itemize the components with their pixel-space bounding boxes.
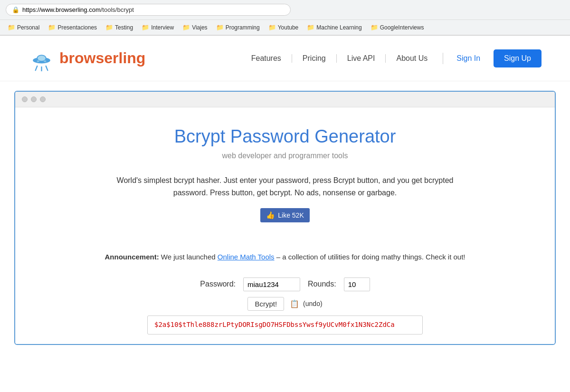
page-title: Bcrypt Password Generator bbox=[25, 126, 545, 147]
like-button[interactable]: 👍 Like 52K bbox=[260, 208, 310, 222]
bookmark-google-interviews[interactable]: 📁 GoogleInterviews bbox=[367, 22, 428, 32]
nav-about-us[interactable]: About Us bbox=[386, 54, 438, 63]
svg-point-6 bbox=[37, 60, 39, 62]
window-dot-1 bbox=[22, 96, 28, 102]
nav-signup-button[interactable]: Sign Up bbox=[494, 49, 542, 67]
tool-description: World's simplest bcrypt hasher. Just ent… bbox=[109, 174, 461, 199]
browser-chrome: 🔒 https://www.browserling.com/tools/bcry… bbox=[0, 0, 570, 36]
folder-icon: 📁 bbox=[370, 24, 378, 31]
like-count: 52K bbox=[292, 211, 304, 219]
bookmark-label: Presentaciones bbox=[57, 24, 97, 31]
bookmark-label: Viajes bbox=[192, 24, 207, 31]
address-text: https://www.browserling.com/tools/bcrypt bbox=[22, 6, 134, 13]
svg-point-7 bbox=[44, 60, 47, 62]
bookmark-label: Interview bbox=[151, 24, 174, 31]
window-dot-2 bbox=[31, 96, 37, 102]
thumbs-up-icon: 👍 bbox=[266, 211, 275, 220]
nav-features[interactable]: Features bbox=[241, 54, 292, 63]
folder-icon: 📁 bbox=[307, 24, 314, 31]
folder-icon: 📁 bbox=[268, 24, 276, 31]
website: browserling Features Pricing Live API Ab… bbox=[0, 36, 570, 354]
bookmarks-bar: 📁 Personal 📁 Presentaciones 📁 Testing 📁 … bbox=[0, 20, 570, 35]
undo-link[interactable]: (undo) bbox=[303, 300, 322, 307]
logo-area[interactable]: browserling bbox=[28, 45, 145, 71]
folder-icon: 📁 bbox=[216, 24, 224, 31]
rounds-input[interactable] bbox=[344, 277, 370, 291]
nav-live-api[interactable]: Live API bbox=[337, 54, 386, 63]
main-content: Bcrypt Password Generator web developer … bbox=[0, 81, 570, 354]
svg-line-2 bbox=[46, 66, 48, 70]
announcement-bold: Announcement: bbox=[105, 253, 159, 261]
folder-icon: 📁 bbox=[182, 24, 190, 31]
logo-brand-text: browserling bbox=[59, 49, 145, 67]
bcrypt-actions: Bcrypt! 📋 (undo) bbox=[25, 297, 545, 311]
bookmark-interview[interactable]: 📁 Interview bbox=[138, 22, 178, 32]
like-button-container: 👍 Like 52K bbox=[25, 208, 545, 237]
announcement-link[interactable]: Online Math Tools bbox=[218, 253, 275, 261]
bookmark-label: Youtube bbox=[278, 24, 299, 31]
nav-header: browserling Features Pricing Live API Ab… bbox=[0, 36, 570, 81]
nav-divider bbox=[443, 53, 443, 64]
password-input[interactable] bbox=[243, 277, 300, 291]
address-bar: 🔒 https://www.browserling.com/tools/bcry… bbox=[0, 0, 570, 20]
hash-output: $2a$10$tThle888zrLPtyDORIsgDO7HSFDbssYws… bbox=[147, 316, 423, 335]
like-label: Like bbox=[278, 211, 290, 219]
bookmark-label: Programming bbox=[226, 24, 260, 31]
lock-icon: 🔒 bbox=[12, 6, 19, 13]
browser-window: Bcrypt Password Generator web developer … bbox=[14, 91, 556, 345]
announcement-text2: – a collection of utilities for doing ma… bbox=[276, 253, 466, 261]
logo-icon bbox=[28, 45, 55, 71]
bookmark-viajes[interactable]: 📁 Viajes bbox=[179, 22, 211, 32]
nav-signin[interactable]: Sign In bbox=[448, 54, 489, 63]
announcement-text: Announcement: We just launched Online Ma… bbox=[25, 251, 545, 263]
tool-form: Password: Rounds: bbox=[25, 277, 545, 291]
bookmark-machine-learning[interactable]: 📁 Machine Learning bbox=[303, 22, 365, 32]
bookmark-label: Testing bbox=[115, 24, 133, 31]
svg-line-0 bbox=[36, 66, 38, 70]
password-label: Password: bbox=[200, 280, 236, 288]
bookmark-label: Personal bbox=[17, 24, 39, 31]
window-body: Bcrypt Password Generator web developer … bbox=[15, 107, 555, 344]
folder-icon: 📁 bbox=[48, 24, 56, 31]
window-titlebar bbox=[15, 92, 555, 107]
folder-icon: 📁 bbox=[105, 24, 113, 31]
svg-point-5 bbox=[38, 56, 46, 61]
bookmark-programming[interactable]: 📁 Programming bbox=[212, 22, 264, 32]
announcement-text1: We just launched bbox=[161, 253, 218, 261]
nav-links: Features Pricing Live API About Us Sign … bbox=[241, 49, 542, 67]
bookmark-label: GoogleInterviews bbox=[380, 24, 424, 31]
nav-pricing[interactable]: Pricing bbox=[292, 54, 337, 63]
bookmark-personal[interactable]: 📁 Personal bbox=[4, 22, 43, 32]
bookmark-testing[interactable]: 📁 Testing bbox=[102, 22, 137, 32]
window-dot-3 bbox=[40, 96, 46, 102]
rounds-label: Rounds: bbox=[308, 280, 336, 288]
bookmark-youtube[interactable]: 📁 Youtube bbox=[265, 22, 303, 32]
bcrypt-button[interactable]: Bcrypt! bbox=[247, 297, 284, 311]
copy-icon[interactable]: 📋 bbox=[290, 299, 299, 308]
bookmark-label: Machine Learning bbox=[316, 24, 361, 31]
address-bar-input[interactable]: 🔒 https://www.browserling.com/tools/bcry… bbox=[6, 4, 291, 16]
folder-icon: 📁 bbox=[142, 24, 149, 31]
page-subtitle: web developer and programmer tools bbox=[25, 152, 545, 160]
bookmark-presentaciones[interactable]: 📁 Presentaciones bbox=[44, 22, 101, 32]
folder-icon: 📁 bbox=[8, 24, 15, 31]
